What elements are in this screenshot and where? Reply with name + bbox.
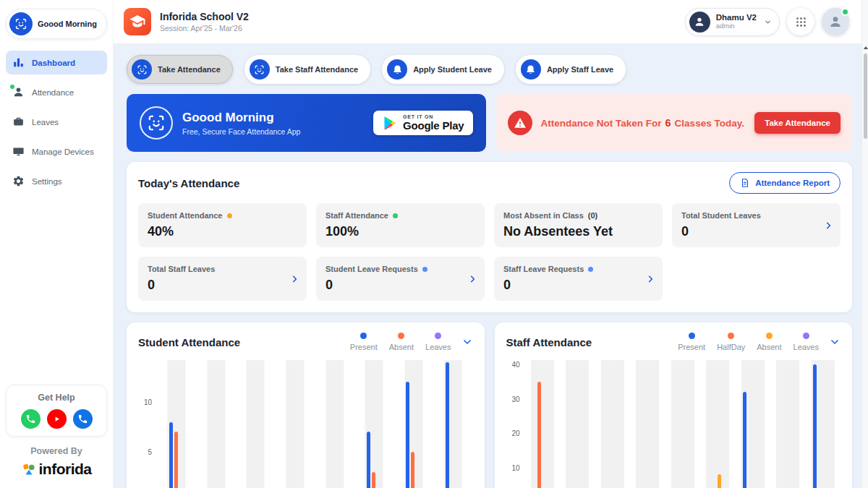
stat-tile-total-student-leaves[interactable]: Total Student Leaves0 (672, 203, 841, 247)
bell-icon (521, 59, 541, 80)
google-play-badge[interactable]: GET IT ON Google Play (373, 111, 473, 134)
bar-group (433, 360, 473, 488)
bar-group (393, 360, 433, 488)
play-badge-text: GET IT ON Google Play (403, 114, 464, 131)
chart-title: Student Attendance (138, 336, 240, 348)
group-band (776, 360, 799, 488)
google-play-icon (382, 116, 397, 131)
bar-present (743, 392, 746, 488)
chevron-right-icon[interactable] (645, 273, 656, 284)
app-brand-pill[interactable]: Goood Morning (6, 9, 107, 39)
bar-group (315, 360, 354, 488)
quick-action-label: Take Staff Attendance (276, 65, 358, 74)
take-attendance-button[interactable]: Take Attendance (127, 55, 233, 84)
bar-absent (372, 472, 375, 488)
group-band (531, 360, 554, 488)
app-brand-name: Goood Morning (38, 20, 97, 28)
bar-present (813, 364, 817, 488)
user-menu[interactable]: Dhamu V2 admin (685, 8, 780, 36)
chart-card-student-attendance: Student AttendancePresentAbsentLeaves510 (127, 322, 485, 488)
legend-item-leaves: Leaves (425, 333, 451, 351)
face-scan-icon (140, 106, 173, 140)
chart-header: Staff AttendancePresentHalfDayAbsentLeav… (506, 333, 841, 351)
school-logo-icon (124, 8, 151, 35)
stat-label-row: Total Staff Leaves (148, 265, 288, 273)
session-label: Session: Apr'25 - Mar'26 (160, 24, 249, 33)
group-band (636, 360, 659, 488)
stat-count-suffix: (0) (588, 211, 597, 220)
phone-icon[interactable] (73, 409, 93, 429)
attendance-report-button[interactable]: Attendance Report (729, 172, 841, 194)
apply-staff-leave-button[interactable]: Apply Staff Leave (516, 55, 626, 84)
scrollbar-thumb[interactable] (864, 53, 867, 139)
take-attendance-button[interactable]: Take Attendance (754, 112, 841, 134)
leaves-icon (12, 116, 25, 128)
stat-value: No Absentees Yet (503, 224, 644, 239)
bar-present (367, 432, 370, 488)
youtube-icon[interactable] (47, 409, 67, 429)
stat-tile-total-staff-leaves[interactable]: Total Staff Leaves0 (138, 257, 307, 301)
status-dot (422, 267, 427, 272)
bar-absent (174, 432, 178, 488)
y-tick-label: 20 (511, 429, 519, 437)
user-meta: Dhamu V2 admin (716, 13, 757, 30)
sidebar-item-dashboard[interactable]: Dashboard (6, 51, 107, 74)
stat-tile-student-attendance: Student Attendance40% (138, 203, 307, 247)
chevron-right-icon[interactable] (467, 273, 478, 284)
top-header: Inforida School V2 Session: Apr'25 - Mar… (114, 0, 868, 43)
group-band (601, 360, 624, 488)
settings-icon (12, 175, 25, 187)
sidebar-item-leaves[interactable]: Leaves (6, 110, 107, 134)
scrollbar[interactable] (861, 0, 868, 488)
group-band (247, 360, 265, 488)
inforida-wordmark: inforida (39, 461, 92, 478)
user-avatar-icon (689, 12, 710, 33)
bar-group (276, 360, 315, 488)
stat-tile-staff-leave-requests[interactable]: Staff Leave Requests0 (494, 257, 663, 301)
inforida-brand: inforida (6, 461, 107, 478)
promo-subtitle: Free, Secure Face Attendance App (182, 127, 300, 136)
apps-grid-button[interactable] (787, 8, 814, 35)
group-band (286, 360, 304, 488)
group-band (706, 360, 729, 488)
scroll-up-arrow-icon[interactable] (864, 46, 868, 49)
quick-actions-row: Take AttendanceTake Staff AttendanceAppl… (127, 55, 852, 84)
bar-group (700, 360, 736, 488)
charts-row: Student AttendancePresentAbsentLeaves510… (127, 322, 852, 488)
bar-group (197, 360, 237, 488)
sidebar-item-settings[interactable]: Settings (6, 169, 107, 193)
chevron-down-icon[interactable] (461, 336, 473, 348)
online-status-dot (10, 85, 14, 89)
attendance-icon (12, 86, 25, 98)
chevron-right-icon[interactable] (823, 220, 834, 231)
stat-value: 0 (148, 278, 288, 293)
sidebar-item-attendance[interactable]: Attendance (6, 80, 107, 104)
whatsapp-icon[interactable] (21, 409, 41, 429)
chart-legend: PresentHalfDayAbsentLeaves (678, 333, 819, 351)
apply-student-leave-button[interactable]: Apply Student Leave (382, 55, 504, 84)
status-dot (227, 213, 232, 218)
sidebar-item-label: Settings (32, 177, 62, 186)
chart-legend: PresentAbsentLeaves (350, 333, 451, 351)
quick-action-label: Take Attendance (158, 65, 221, 74)
bell-icon (387, 59, 407, 80)
stat-value: 0 (326, 278, 466, 293)
take-staff-attendance-button[interactable]: Take Staff Attendance (244, 55, 370, 84)
bar-group (770, 360, 806, 488)
alert-count: 6 (665, 117, 671, 129)
y-tick-label: 40 (511, 361, 519, 369)
plot-area (157, 360, 473, 488)
profile-button[interactable] (822, 8, 849, 35)
user-role: admin (716, 22, 757, 30)
bar-absent (718, 474, 721, 488)
chevron-down-icon[interactable] (829, 336, 841, 348)
chevron-right-icon[interactable] (289, 273, 300, 284)
chart-title: Staff Attendance (506, 336, 592, 348)
sidebar-item-manage-devices[interactable]: Manage Devices (6, 140, 107, 163)
stat-value: 0 (503, 278, 644, 293)
profile-avatar-icon (828, 14, 843, 29)
inforida-logo-icon (22, 462, 36, 476)
stat-tile-student-leave-requests[interactable]: Student Leave Requests0 (316, 257, 485, 301)
sidebar-nav: DashboardAttendanceLeavesManage DevicesS… (6, 51, 107, 193)
alert-message: Attendance Not Taken For 6 Classes Today… (541, 117, 744, 129)
